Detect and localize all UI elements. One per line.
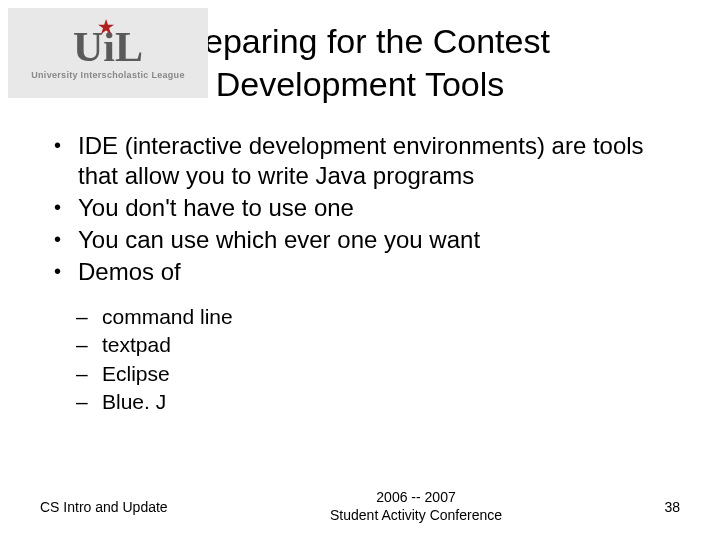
star-icon: ★: [98, 18, 114, 36]
bullet-item: IDE (interactive development environment…: [48, 131, 672, 191]
logo-subtitle: University Interscholastic League: [31, 70, 184, 80]
sub-bullet-item: Eclipse: [76, 360, 672, 388]
sub-bullet-item: Blue. J: [76, 388, 672, 416]
logo-text: ★ UiL: [73, 26, 143, 68]
footer-left: CS Intro and Update: [40, 499, 168, 515]
slide-footer: CS Intro and Update 2006 -- 2007 Student…: [0, 489, 720, 524]
bullet-item: Demos of: [48, 257, 672, 287]
uil-logo: ★ UiL University Interscholastic League: [8, 8, 208, 98]
footer-center: 2006 -- 2007 Student Activity Conference: [330, 489, 502, 524]
sub-bullet-list: command line textpad Eclipse Blue. J: [76, 303, 672, 416]
footer-center-line1: 2006 -- 2007: [330, 489, 502, 507]
slide-number: 38: [664, 499, 680, 515]
bullet-item: You can use which ever one you want: [48, 225, 672, 255]
footer-center-line2: Student Activity Conference: [330, 507, 502, 525]
bullet-item: You don't have to use one: [48, 193, 672, 223]
sub-bullet-item: textpad: [76, 331, 672, 359]
bullet-list: IDE (interactive development environment…: [48, 131, 672, 287]
slide-content: IDE (interactive development environment…: [0, 105, 720, 416]
sub-bullet-item: command line: [76, 303, 672, 331]
